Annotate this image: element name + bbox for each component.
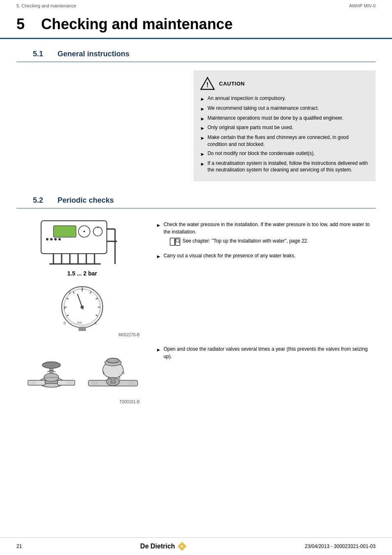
caution-item-2: ► We recommend taking out a maintenance … [200,105,369,113]
block2-right: ► Open and close the radiator valves sev… [156,341,376,404]
bullet-arrow-icon: ► [200,161,205,168]
svg-text:!: ! [206,81,208,88]
svg-rect-54 [58,380,75,385]
caution-title: CAUTION [219,81,245,87]
chapter-heading: 5 Checking and maintenance [0,12,392,39]
figure-label-m002276: M002276-B [25,333,140,337]
block1-right: ► Check the water pressure in the instal… [156,217,376,337]
warning-triangle-icon: ! [200,76,215,91]
footer-doc-ref: 23/04/2013 - 300023321-001-03 [305,543,376,549]
pressure-label: 1.5 ... 2 bar [67,270,97,277]
svg-text:2: 2 [108,376,110,380]
bullet-arrow-icon: ► [200,96,205,103]
svg-point-10 [54,238,57,240]
pressure-gauge-illustration: 1 2 3 0 4 Bar [55,278,109,332]
check-arrow-icon-3: ► [156,346,161,354]
svg-point-47 [176,239,179,242]
caution-item-5: ► Make certain that the flues and chimne… [200,134,369,148]
svg-text:1: 1 [64,306,66,310]
check-arrow-icon-2: ► [156,253,161,260]
section-5-1-number: 5.1 [33,50,58,58]
breadcrumb-left: 5. Checking and maintenance [16,3,76,8]
caution-item-6: ► Do not modify nor block the condensate… [200,150,369,158]
caution-item-3: ► Maintenance operations must be done by… [200,115,369,123]
book-ref-icon [169,237,181,246]
bullet-arrow-icon: ► [200,125,205,132]
svg-rect-3 [53,226,76,237]
block1-left: 1.5 ... 2 bar [16,217,148,337]
svg-point-5 [83,231,85,232]
caution-item-7: ► If a neutralisation system is installe… [200,160,369,174]
svg-text:5: 5 [122,371,125,375]
caution-list: ► An annual inspection is compulsory. ► … [200,95,369,173]
svg-point-8 [46,238,48,240]
caution-item-1: ► An annual inspection is compulsory. [200,95,369,103]
footer-logo: De Dietrich [140,542,186,551]
boiler-illustration [29,217,136,270]
figure-label-t000181: T000181-B [25,400,140,404]
svg-text:4: 4 [118,376,120,380]
svg-text:Bar: Bar [77,321,83,324]
section-5-2-block1: 1.5 ... 2 bar [16,217,376,337]
valve-1-illustration [25,341,78,399]
svg-point-52 [42,362,60,368]
breadcrumb-right: AWHP MIV-II [349,3,376,8]
bullet-arrow-icon: ► [200,151,205,158]
section-5-1-title: General instructions [58,50,129,58]
caution-box: ! CAUTION ► An annual inspection is comp… [194,70,376,181]
section-5-2-block2: 1 2 3 4 5 [16,341,376,404]
bullet-arrow-icon: ► [200,106,205,113]
svg-text:2: 2 [69,291,71,295]
chapter-number: 5 [16,16,25,32]
svg-point-11 [58,238,61,240]
svg-point-67 [107,358,119,363]
section-5-1-left [16,70,185,181]
svg-point-34 [81,305,84,309]
svg-text:3: 3 [81,287,83,291]
svg-text:1: 1 [103,371,105,375]
bullet-arrow-icon: ► [200,116,205,123]
caution-header: ! CAUTION [200,76,369,91]
valve-images: 1 2 3 4 5 [25,341,140,399]
svg-rect-41 [78,327,86,331]
svg-rect-44 [170,238,175,245]
valve-2-illustration: 1 2 3 4 5 [86,341,140,399]
check-item-visual: ► Carry out a visual check for the prese… [156,252,376,260]
check-arrow-icon: ► [156,222,161,229]
footer-page-number: 21 [16,543,22,549]
section-5-1-content: ! CAUTION ► An annual inspection is comp… [16,70,376,181]
ref-link-water: See chapter: "Top up the installation wi… [169,237,376,246]
svg-point-6 [93,227,102,236]
section-5-1-heading: 5.1 General instructions [16,47,376,62]
footer-logo-text: De Dietrich [140,543,175,550]
svg-point-9 [50,238,53,240]
bullet-arrow-icon: ► [200,135,205,142]
de-dietrich-logo-icon [178,542,187,551]
check-item-pressure: ► Check the water pressure in the instal… [156,221,376,246]
svg-text:0: 0 [64,321,66,325]
section-5-2-heading: 5.2 Periodic checks [16,194,376,208]
chapter-title: Checking and maintenance [41,16,233,32]
section-5-2-number: 5.2 [33,196,58,205]
check-item-valves: ► Open and close the radiator valves sev… [156,345,376,360]
svg-text:4: 4 [95,321,97,325]
caution-item-4: ► Only original spare parts must be used… [200,124,369,132]
block2-left: 1 2 3 4 5 [16,341,148,404]
svg-rect-53 [28,380,45,385]
svg-rect-73 [111,377,115,383]
section-5-2-title: Periodic checks [58,196,114,205]
page-footer: 21 De Dietrich 23/04/2013 - 300023321-00… [0,537,392,555]
